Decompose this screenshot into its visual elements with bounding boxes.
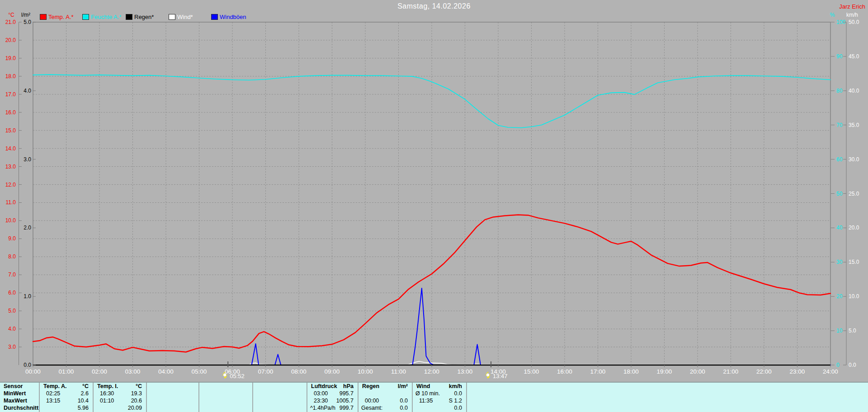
table-cell-time: 02:25 bbox=[46, 390, 60, 397]
table-header-row: Temp. I.°C bbox=[94, 383, 146, 390]
legend-label: Regen* bbox=[134, 14, 154, 20]
table-cell-value: 20.6 bbox=[131, 398, 142, 404]
table-cell: ^1.4hPa/h999.7 bbox=[307, 405, 358, 412]
humidity-axis-label: 40 bbox=[836, 225, 843, 231]
wind-axis-label: 0.0 bbox=[849, 362, 856, 368]
hour-label: 01:00 bbox=[59, 368, 74, 375]
table-cell-time: 00:00 bbox=[365, 398, 379, 404]
table-col-wind: Windkm/hØ 10 min.0.011:35S 1.20.0 bbox=[413, 383, 467, 412]
wind-axis-label: 15.0 bbox=[849, 259, 859, 265]
humidity-axis-label: 50 bbox=[836, 191, 843, 197]
wind-axis-label: 35.0 bbox=[849, 122, 859, 128]
temp-axis-label: 5.0 bbox=[8, 308, 16, 314]
table-col-name: Temp. A. bbox=[43, 383, 66, 390]
table-cell bbox=[253, 405, 307, 412]
table-header-row: LuftdruckhPa bbox=[307, 383, 358, 390]
hour-label: 05:00 bbox=[192, 368, 207, 375]
weather-chart: 21.020.019.018.017.016.015.014.013.012.0… bbox=[0, 0, 868, 382]
temp-axis-label: 18.0 bbox=[5, 73, 16, 80]
temp-axis-label: 3.0 bbox=[8, 344, 16, 350]
table-cell bbox=[199, 390, 252, 398]
table-col-empty-4 bbox=[253, 383, 307, 412]
table-row-label-text: MinWert bbox=[4, 390, 26, 397]
legend-item-windben: Windböen bbox=[211, 14, 246, 20]
wind-axis-unit: km/h bbox=[846, 12, 858, 18]
table-header-row bbox=[253, 383, 307, 390]
table-cell bbox=[253, 390, 307, 398]
table-cell: 01:1020.6 bbox=[94, 398, 146, 405]
rain-axis-label: 1.0 bbox=[24, 293, 31, 300]
hour-label: 23:00 bbox=[790, 368, 805, 375]
humidity-axis-label: 80 bbox=[836, 88, 843, 94]
table-row-label-text: Sensor bbox=[4, 383, 23, 390]
table-cell bbox=[467, 398, 868, 405]
hour-label: 10:00 bbox=[358, 368, 373, 375]
watermark-author: Jarz Erich bbox=[839, 3, 865, 10]
wind-axis-label: 10.0 bbox=[849, 293, 859, 300]
temp-axis-label: 11.0 bbox=[6, 199, 16, 206]
table-cell: 03:00995.7 bbox=[307, 390, 358, 398]
table-cell-value: 0.0 bbox=[400, 398, 408, 404]
table-cell-time: 16:30 bbox=[100, 390, 114, 397]
table-cell-value: 5.96 bbox=[78, 405, 89, 412]
table-header-row: Regenl/m² bbox=[359, 383, 412, 390]
table-header-row: Temp. A.°C bbox=[40, 383, 93, 390]
temp-axis-label: 19.0 bbox=[5, 55, 16, 61]
table-cell-time: Ø 10 min. bbox=[415, 390, 440, 397]
table-cell-time: 13:15 bbox=[46, 398, 60, 404]
table-col-name: Regen bbox=[362, 383, 379, 390]
hour-label: 18:00 bbox=[623, 368, 639, 375]
legend-label: Windböen bbox=[220, 14, 246, 20]
table-header-row bbox=[147, 383, 198, 390]
humidity-axis-label: 10 bbox=[836, 328, 843, 334]
hour-label: 21:00 bbox=[723, 368, 739, 375]
legend-item-wind: Wind* bbox=[169, 14, 193, 20]
table-cell: 13:1510.4 bbox=[40, 398, 93, 405]
hour-label: 03:00 bbox=[125, 368, 141, 375]
hour-label: 07:00 bbox=[258, 368, 274, 375]
table-cell-value: 1005.7 bbox=[336, 398, 354, 404]
table-col-unit: l/m² bbox=[398, 383, 408, 390]
wind-axis-label: 50.0 bbox=[849, 19, 859, 25]
table-row-label: MinWert bbox=[0, 390, 39, 398]
hour-label: 16:00 bbox=[557, 368, 572, 375]
hour-label: 08:00 bbox=[291, 368, 307, 375]
hour-label: 22:00 bbox=[756, 368, 772, 375]
wind-axis-label: 25.0 bbox=[849, 191, 859, 197]
table-cell bbox=[147, 405, 198, 412]
wind-axis-label: 20.0 bbox=[849, 225, 859, 231]
hour-label: 17:00 bbox=[590, 368, 606, 375]
table-row-label-text: Durchschnitt bbox=[4, 405, 38, 412]
legend-swatch bbox=[126, 14, 132, 20]
table-cell bbox=[359, 390, 412, 398]
table-cell: 11:35S 1.2 bbox=[413, 398, 466, 405]
table-col-tempa: Temp. A.°C02:252.613:1510.45.96 bbox=[40, 383, 94, 412]
hour-label: 00:00 bbox=[25, 368, 41, 375]
rain-axis-label: 2.0 bbox=[24, 225, 31, 231]
table-cell-time: 11:35 bbox=[419, 398, 433, 404]
table-col-labels: SensorMinWertMaxWertDurchschnitt bbox=[0, 383, 40, 412]
table-cell: 5.96 bbox=[40, 405, 93, 412]
table-cell: 20.09 bbox=[94, 405, 146, 412]
table-cell bbox=[199, 405, 252, 412]
table-col-unit: hPa bbox=[343, 383, 354, 390]
table-cell: 16:3019.3 bbox=[94, 390, 146, 398]
hour-label: 20:00 bbox=[690, 368, 705, 375]
table-cell-value: 19.3 bbox=[131, 390, 142, 397]
temp-axis-label: 6.0 bbox=[8, 290, 16, 296]
hour-label: 19:00 bbox=[657, 368, 672, 375]
legend-swatch bbox=[211, 14, 218, 20]
table-cell: 0.0 bbox=[413, 405, 466, 412]
table-cell-value: S 1.2 bbox=[449, 398, 462, 404]
legend-swatch bbox=[40, 14, 47, 20]
legend-item-regen: Regen* bbox=[126, 14, 154, 20]
table-row-label: Sensor bbox=[0, 383, 39, 390]
table-cell: Gesamt:0.0 bbox=[359, 405, 412, 412]
table-cell: 23:301005.7 bbox=[307, 398, 358, 405]
table-row-label: MaxWert bbox=[0, 398, 39, 405]
legend-swatch bbox=[82, 14, 89, 20]
hour-label: 11:00 bbox=[391, 368, 406, 375]
rain-axis-label: 4.0 bbox=[24, 88, 31, 94]
humidity-axis-label: 0 bbox=[836, 362, 840, 368]
temp-axis-label: 16.0 bbox=[5, 109, 16, 116]
